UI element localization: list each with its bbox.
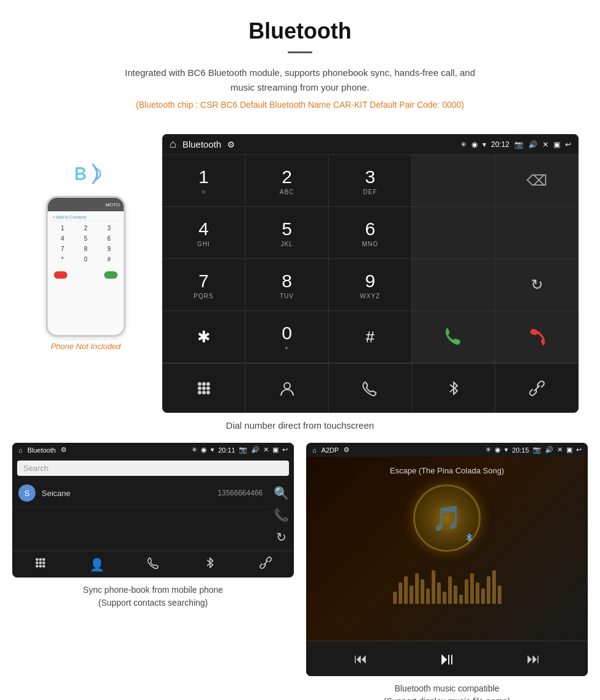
pb-vol-icon: 🔊 xyxy=(251,446,260,454)
pb-nav-link2[interactable] xyxy=(259,556,272,573)
pb-status-left: ⌂ Bluetooth ⚙ xyxy=(18,446,67,454)
phone-key-9: 9 xyxy=(98,244,120,254)
dial-key-star[interactable]: ✱ xyxy=(162,311,246,363)
phone-key-1: 1 xyxy=(51,224,73,233)
dial-key-8[interactable]: 8 TUV xyxy=(246,259,329,311)
phone-key-8: 8 xyxy=(75,244,97,254)
dial-screen: ⌂ Bluetooth ⚙ ✳ ◉ ▾ 20:12 📷 🔊 ✕ ▣ ↩ 1 ⌑ xyxy=(162,134,579,413)
dial-key-6[interactable]: 6 MNO xyxy=(329,207,412,259)
dial-refresh-cell[interactable]: ↻ xyxy=(495,259,579,311)
dial-nav-link[interactable] xyxy=(495,364,579,413)
music-status-bar: ⌂ A2DP ⚙ ✳ ◉ ▾ 20:15 📷 🔊 ✕ ▣ ↩ xyxy=(306,443,588,457)
pb-search-icon[interactable]: 🔍 xyxy=(274,486,289,500)
end-call-icon xyxy=(524,324,550,350)
pb-nav-contacts[interactable]: 👤 xyxy=(89,557,105,572)
title-divider xyxy=(288,51,312,53)
pb-bottom-nav: 👤 xyxy=(12,551,294,578)
pb-nav-dialpad[interactable] xyxy=(34,556,47,573)
pb-loc-icon: ◉ xyxy=(201,446,207,454)
pb-refresh-icon[interactable]: ↻ xyxy=(276,530,287,544)
phone-call-bar xyxy=(50,269,121,281)
dial-key-0[interactable]: 0 + xyxy=(246,311,329,363)
dial-key-hash[interactable]: # xyxy=(329,311,412,363)
dial-nav-bluetooth[interactable] xyxy=(412,364,495,413)
svg-point-1 xyxy=(198,382,201,386)
dial-screen-title: Bluetooth xyxy=(182,139,221,149)
pb-status-bar: ⌂ Bluetooth ⚙ ✳ ◉ ▾ 20:11 📷 🔊 ✕ ▣ ↩ xyxy=(12,443,294,457)
pb-time: 20:11 xyxy=(218,446,235,454)
svg-point-2 xyxy=(202,382,206,386)
dial-nav-contacts[interactable] xyxy=(246,364,329,413)
music-note-icon: 🎵 xyxy=(432,504,462,533)
phonebook-caption-line1: Sync phone-book from mobile phone xyxy=(15,584,291,597)
phone-key-5: 5 xyxy=(75,234,97,243)
svg-point-18 xyxy=(36,565,39,568)
phone-call-button xyxy=(104,271,118,279)
location-status-icon: ◉ xyxy=(471,140,478,149)
phone-end-button xyxy=(54,271,67,279)
svg-point-19 xyxy=(39,565,42,568)
dial-key-5[interactable]: 5 JKL xyxy=(246,207,329,259)
music-home-icon[interactable]: ⌂ xyxy=(312,446,317,454)
dial-nav-dialpad[interactable] xyxy=(162,364,246,413)
dial-nav-call[interactable] xyxy=(329,364,412,413)
music-bt-icon: ✳ xyxy=(486,446,491,454)
svg-line-21 xyxy=(264,561,268,565)
phone-key-3: 3 xyxy=(98,224,120,233)
music-usb-icon: ⚙ xyxy=(343,446,350,454)
pb-title: Bluetooth xyxy=(28,446,56,454)
pb-search-placeholder: Search xyxy=(23,464,48,473)
dial-key-1[interactable]: 1 ⌑ xyxy=(162,155,246,207)
music-screen: ⌂ A2DP ⚙ ✳ ◉ ▾ 20:15 📷 🔊 ✕ ▣ ↩ E xyxy=(306,443,588,676)
dial-backspace-cell[interactable]: ⌫ xyxy=(495,155,579,207)
dial-call-red-cell[interactable] xyxy=(495,311,579,363)
music-bluetooth-badge xyxy=(464,533,474,545)
pb-nav-call[interactable] xyxy=(147,556,160,573)
page-description: Integrated with BC6 Bluetooth module, su… xyxy=(116,66,484,95)
dial-key-9[interactable]: 9 WXYZ xyxy=(329,259,412,311)
music-play-pause-button[interactable]: ⏯ xyxy=(438,649,456,669)
pb-close-icon: ✕ xyxy=(263,446,269,454)
pb-contact-item[interactable]: S Seicane 13566664466 xyxy=(12,480,269,507)
phone-not-included-label: Phone Not Included xyxy=(51,342,121,351)
music-visualizer xyxy=(393,567,501,604)
pb-bt-icon: ✳ xyxy=(192,446,197,454)
dial-status-right: ✳ ◉ ▾ 20:12 📷 🔊 ✕ ▣ ↩ xyxy=(460,140,571,149)
phone-frame: MOTO + Add to Contacts 1 2 3 4 5 6 7 8 9… xyxy=(46,196,126,337)
dial-key-4[interactable]: 4 GHI xyxy=(162,207,246,259)
dial-empty-r2c5 xyxy=(495,207,579,259)
music-vol-icon: 🔊 xyxy=(545,446,553,454)
page-header: Bluetooth Integrated with BC6 Bluetooth … xyxy=(0,0,600,128)
music-back-icon: ↩ xyxy=(576,446,582,454)
pb-nav-bluetooth2[interactable] xyxy=(203,556,217,573)
svg-point-14 xyxy=(42,558,45,561)
svg-point-5 xyxy=(202,386,206,390)
pb-status-right: ✳ ◉ ▾ 20:11 📷 🔊 ✕ ▣ ↩ xyxy=(192,446,288,454)
music-next-button[interactable]: ⏭ xyxy=(527,651,540,667)
music-cam-icon: 📷 xyxy=(533,446,541,454)
dial-key-7[interactable]: 7 PQRS xyxy=(162,259,246,311)
pb-usb-icon: ⚙ xyxy=(61,446,67,454)
svg-point-17 xyxy=(42,562,45,565)
dial-key-2[interactable]: 2 ABC xyxy=(246,155,329,207)
svg-point-10 xyxy=(284,383,290,389)
pb-home-icon[interactable]: ⌂ xyxy=(18,446,23,454)
music-title: A2DP xyxy=(321,446,339,454)
pb-contact-number: 13566664466 xyxy=(218,489,263,497)
music-song-title: Escape (The Pina Colada Song) xyxy=(390,466,504,475)
contacts-icon xyxy=(279,380,296,397)
phonebook-caption-line2: (Support contacts searching) xyxy=(15,597,291,609)
window-status-icon: ▣ xyxy=(553,140,560,149)
phonebook-section: ⌂ Bluetooth ⚙ ✳ ◉ ▾ 20:11 📷 🔊 ✕ ▣ ↩ xyxy=(12,443,294,700)
music-main-area: Escape (The Pina Colada Song) 🎵 xyxy=(306,457,588,641)
dial-display-area xyxy=(412,155,495,207)
music-prev-button[interactable]: ⏮ xyxy=(354,651,367,667)
dial-call-green-cell[interactable] xyxy=(412,311,495,363)
pb-right-icons: 🔍 📞 ↻ xyxy=(269,480,294,551)
phone-key-hash: # xyxy=(98,255,120,264)
home-icon[interactable]: ⌂ xyxy=(170,138,176,151)
pb-search-bar[interactable]: Search xyxy=(17,461,289,476)
music-close-icon: ✕ xyxy=(557,446,563,454)
pb-call-icon[interactable]: 📞 xyxy=(274,508,289,522)
dial-key-3[interactable]: 3 DEF xyxy=(329,155,412,207)
